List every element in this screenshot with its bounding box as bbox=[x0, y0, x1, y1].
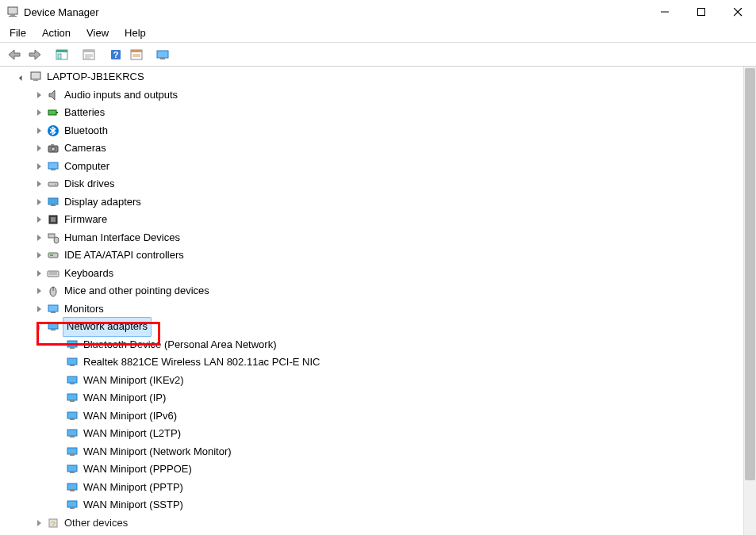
category-monitors[interactable]: Monitors bbox=[3, 300, 756, 319]
category-label: Batteries bbox=[63, 104, 106, 122]
svg-rect-50 bbox=[48, 323, 58, 329]
svg-rect-48 bbox=[48, 305, 58, 311]
device-item[interactable]: WAN Miniport (Network Monitor) bbox=[3, 443, 756, 461]
svg-rect-26 bbox=[56, 112, 58, 113]
device-item[interactable]: Bluetooth Device (Personal Area Network) bbox=[3, 336, 756, 354]
network-adapter-icon bbox=[65, 409, 79, 423]
category-batteries[interactable]: Batteries bbox=[3, 104, 756, 122]
app-icon bbox=[6, 6, 19, 18]
expand-toggle-icon[interactable] bbox=[33, 246, 44, 265]
svg-rect-57 bbox=[70, 383, 75, 384]
show-hide-tree-button[interactable] bbox=[52, 46, 71, 63]
svg-rect-54 bbox=[67, 358, 77, 365]
category-label: Audio inputs and outputs bbox=[63, 86, 179, 105]
vertical-scrollbar[interactable] bbox=[743, 67, 756, 535]
device-label: WAN Miniport (SSTP) bbox=[82, 496, 185, 514]
category-computer[interactable]: Computer bbox=[3, 158, 756, 176]
no-expand-icon bbox=[52, 479, 63, 497]
expand-toggle-icon[interactable] bbox=[33, 86, 44, 105]
expand-toggle-icon[interactable] bbox=[33, 514, 44, 533]
expand-toggle-icon[interactable] bbox=[33, 104, 44, 122]
svg-rect-8 bbox=[56, 50, 67, 52]
expand-toggle-icon[interactable] bbox=[33, 300, 44, 319]
svg-point-34 bbox=[55, 184, 56, 185]
help-button[interactable]: ? bbox=[106, 46, 125, 63]
category-audio[interactable]: Audio inputs and outputs bbox=[3, 86, 756, 105]
device-item[interactable]: WAN Miniport (PPTP) bbox=[3, 479, 756, 497]
no-expand-icon bbox=[52, 389, 63, 407]
titlebar: Device Manager bbox=[0, 0, 756, 24]
svg-rect-63 bbox=[70, 436, 75, 438]
device-item[interactable]: WAN Miniport (IPv6) bbox=[3, 407, 756, 426]
menu-help[interactable]: Help bbox=[118, 25, 152, 40]
svg-point-29 bbox=[52, 147, 56, 151]
category-display-adapters[interactable]: Display adapters bbox=[3, 193, 756, 212]
svg-rect-62 bbox=[67, 430, 77, 436]
scrollbar-thumb[interactable] bbox=[745, 68, 755, 480]
device-item[interactable]: WAN Miniport (IKEv2) bbox=[3, 372, 756, 390]
network-adapter-icon bbox=[65, 480, 79, 495]
maximize-button[interactable] bbox=[683, 0, 720, 24]
device-label: WAN Miniport (L2TP) bbox=[82, 425, 182, 443]
expand-toggle-icon[interactable] bbox=[33, 265, 44, 283]
menu-action[interactable]: Action bbox=[36, 25, 77, 40]
expand-toggle-icon[interactable] bbox=[33, 282, 44, 300]
category-firmware[interactable]: Firmware bbox=[3, 211, 756, 229]
device-label: WAN Miniport (IKEv2) bbox=[82, 372, 186, 390]
svg-rect-11 bbox=[83, 50, 94, 52]
expand-toggle-icon[interactable] bbox=[33, 193, 44, 212]
expand-toggle-icon[interactable] bbox=[33, 139, 44, 158]
no-expand-icon bbox=[52, 425, 63, 443]
root-node[interactable]: LAPTOP-JB1EKRCS bbox=[3, 68, 756, 86]
ide-icon bbox=[46, 248, 60, 262]
svg-rect-30 bbox=[51, 144, 54, 146]
menubar: File Action View Help bbox=[0, 24, 756, 43]
properties-button[interactable] bbox=[79, 46, 98, 63]
keyboard-icon bbox=[46, 266, 60, 281]
category-ide[interactable]: IDE ATA/ATAPI controllers bbox=[3, 246, 756, 265]
back-button[interactable] bbox=[5, 46, 24, 63]
expand-toggle-icon[interactable] bbox=[33, 175, 44, 193]
device-tree[interactable]: LAPTOP-JB1EKRCS Audio inputs and outputs… bbox=[0, 67, 756, 532]
category-label: Disk drives bbox=[63, 175, 117, 193]
no-expand-icon bbox=[52, 443, 63, 461]
device-item[interactable]: WAN Miniport (IP) bbox=[3, 389, 756, 407]
forward-button[interactable] bbox=[25, 46, 44, 63]
display-adapter-icon bbox=[46, 195, 60, 209]
device-item[interactable]: WAN Miniport (SSTP) bbox=[3, 496, 756, 514]
network-adapter-icon bbox=[65, 391, 79, 405]
category-hid[interactable]: Human Interface Devices bbox=[3, 229, 756, 247]
minimize-button[interactable] bbox=[647, 0, 683, 24]
svg-rect-23 bbox=[31, 72, 40, 79]
category-cameras[interactable]: Cameras bbox=[3, 139, 756, 158]
category-label: Firmware bbox=[63, 211, 109, 229]
battery-icon bbox=[46, 105, 60, 120]
expand-toggle-icon[interactable] bbox=[33, 229, 44, 247]
svg-rect-59 bbox=[70, 400, 75, 402]
computer-root-icon bbox=[29, 70, 43, 84]
window-title: Device Manager bbox=[24, 6, 647, 18]
category-disk-drives[interactable]: Disk drives bbox=[3, 175, 756, 193]
category-mice[interactable]: Mice and other pointing devices bbox=[3, 282, 756, 300]
svg-rect-21 bbox=[157, 51, 168, 58]
expand-toggle-icon[interactable] bbox=[33, 158, 44, 176]
expand-toggle-icon[interactable] bbox=[16, 68, 27, 86]
close-button[interactable] bbox=[720, 0, 756, 24]
expand-toggle-icon[interactable] bbox=[33, 318, 44, 336]
menu-file[interactable]: File bbox=[3, 25, 33, 40]
svg-rect-4 bbox=[698, 9, 705, 16]
category-keyboards[interactable]: Keyboards bbox=[3, 265, 756, 283]
expand-toggle-icon[interactable] bbox=[33, 122, 44, 140]
action-button[interactable] bbox=[127, 46, 146, 63]
device-item[interactable]: WAN Miniport (L2TP) bbox=[3, 425, 756, 443]
camera-icon bbox=[46, 141, 60, 155]
scan-hardware-button[interactable] bbox=[154, 46, 173, 63]
device-item[interactable]: Realtek 8821CE Wireless LAN 802.11ac PCI… bbox=[3, 353, 756, 372]
svg-text:?: ? bbox=[113, 50, 119, 59]
menu-view[interactable]: View bbox=[80, 25, 115, 40]
category-other-devices[interactable]: ?Other devices bbox=[3, 514, 756, 533]
expand-toggle-icon[interactable] bbox=[33, 211, 44, 229]
category-network-adapters[interactable]: Network adapters bbox=[3, 318, 756, 336]
device-item[interactable]: WAN Miniport (PPPOE) bbox=[3, 460, 756, 479]
category-bluetooth[interactable]: Bluetooth bbox=[3, 122, 756, 140]
